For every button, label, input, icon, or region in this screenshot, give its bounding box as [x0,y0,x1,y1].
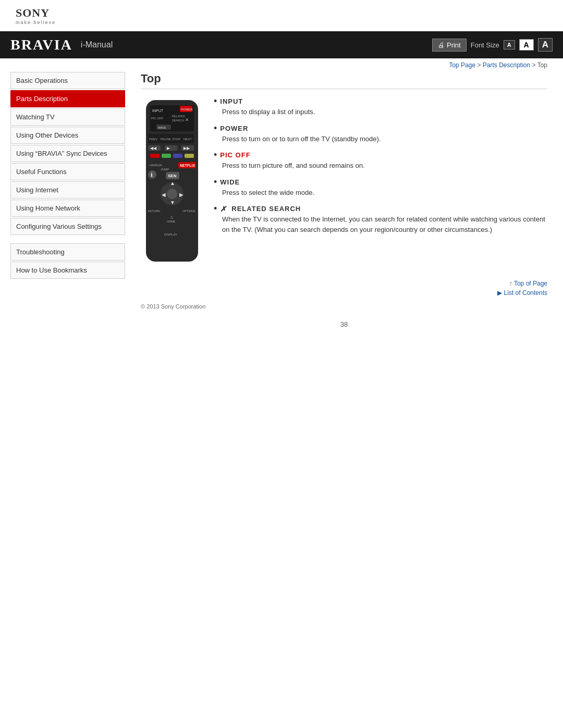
sidebar-item-using-home-network[interactable]: Using Home Network [10,200,125,217]
feature-pic-off-header: • PIC OFF [214,151,547,159]
feature-pic-off: • PIC OFF Press to turn picture off, and… [214,151,547,171]
svg-text:✕: ✕ [185,117,189,122]
bullet-dot-input: • [214,96,217,106]
content-body: INPUT POWER RELATED SEARCH PIC OFF ✕ WID… [141,97,547,264]
svg-text:SEARCH: SEARCH [172,119,184,122]
sidebar-item-watching-tv[interactable]: Watching TV [10,108,125,126]
page-title: Top [141,72,547,89]
breadcrumb-sep1: > [477,61,482,69]
svg-text:NEXT: NEXT [183,138,192,141]
svg-text:INPUT: INPUT [152,109,164,113]
sidebar-item-bookmarks[interactable]: How to Use Bookmarks [10,262,125,279]
svg-text:DISPLAY: DISPLAY [164,233,177,236]
sidebar-item-using-internet[interactable]: Using Internet [10,181,125,199]
feature-desc-power: Press to turn on or to turn off the TV (… [222,134,547,144]
sidebar-item-useful-functions[interactable]: Useful Functions [10,163,125,180]
font-large-button[interactable]: A [538,38,553,52]
svg-rect-24 [173,154,182,158]
content-area: Top INPUT POWER RELATED SEARCH [136,72,553,328]
svg-text:◀: ◀ [162,192,166,198]
sidebar-main-group: Basic Operations Parts Description Watch… [10,72,125,235]
svg-point-35 [167,189,177,199]
svg-text:i-MANUAL: i-MANUAL [149,164,163,167]
sidebar-item-bravia-sync[interactable]: Using “BRAVIA” Sync Devices [10,145,125,162]
svg-text:SEN: SEN [168,174,177,178]
svg-text:STOP: STOP [172,138,180,141]
breadcrumb-top-page[interactable]: Top Page [449,61,475,69]
sony-header: SONY make.believe [0,0,563,31]
feature-wide: • WIDE Press to select the wide mode. [214,178,547,198]
svg-text:POWER: POWER [181,108,193,111]
feature-wide-header: • WIDE [214,178,547,187]
sidebar-bottom-group: Troubleshooting How to Use Bookmarks [10,243,125,279]
svg-text:RETURN: RETURN [148,209,160,213]
font-size-label: Font Size [471,41,499,49]
svg-text:▲: ▲ [170,180,175,186]
svg-text:PAUSE: PAUSE [161,138,171,141]
feature-name-related-search: RELATED SEARCH [231,205,301,213]
imanual-text: i-Manual [81,40,113,50]
svg-text:RELATED: RELATED [172,115,185,118]
feature-desc-wide: Press to select the wide mode. [222,188,547,198]
svg-text:▶: ▶ [167,146,170,151]
feature-input: • INPUT Press to display a list of input… [214,97,547,117]
header-bar: BRAVIA i-Manual 🖨 Print Font Size A A A [0,31,563,58]
svg-text:OPTIONS: OPTIONS [182,209,195,213]
top-of-page-link[interactable]: ↑ Top of Page [141,280,547,287]
bullet-dot-power: • [214,124,217,133]
footer-copyright: © 2013 Sony Corporation [141,302,547,310]
print-icon: 🖨 [438,41,445,49]
feature-input-header: • INPUT [214,97,547,106]
feature-name-input: INPUT [220,97,243,105]
feature-desc-pic-off: Press to turn picture off, and sound rem… [222,161,547,171]
bullet-dot-wide: • [214,177,217,187]
feature-name-pic-off: PIC OFF [220,151,250,159]
svg-text:▶: ▶ [179,192,183,198]
svg-text:JUMP: JUMP [161,168,169,171]
svg-text:▶▶: ▶▶ [183,146,190,151]
feature-related-search-header: • ✗ RELATED SEARCH [214,205,547,213]
sony-tagline: make.believe [16,20,547,25]
sidebar-item-basic-operations[interactable]: Basic Operations [10,72,125,89]
remote-control-image: INPUT POWER RELATED SEARCH PIC OFF ✕ WID… [141,97,203,264]
feature-name-power: POWER [220,125,248,132]
sidebar-item-using-other-devices[interactable]: Using Other Devices [10,127,125,144]
feature-desc-input: Press to display a list of inputs. [222,107,547,117]
svg-text:HOME: HOME [167,220,176,223]
related-search-icon: ✗ [220,205,226,213]
feature-list: • INPUT Press to display a list of input… [214,97,547,264]
main-layout: Basic Operations Parts Description Watch… [0,72,563,339]
svg-text:⌂: ⌂ [170,215,173,220]
breadcrumb-current: Top [537,61,547,69]
list-of-contents-link[interactable]: ▶ List of Contents [141,289,547,297]
bullet-dot-related: • [214,204,217,213]
sidebar: Basic Operations Parts Description Watch… [10,72,125,328]
bravia-logo: BRAVIA [10,36,72,53]
feature-power-header: • POWER [214,125,547,133]
svg-text:NETFLIX: NETFLIX [180,164,195,167]
svg-rect-25 [185,154,194,158]
feature-related-search: • ✗ RELATED SEARCH When the TV is connec… [214,205,547,235]
page-number: 38 [141,320,547,328]
sony-logo: SONY [16,6,547,20]
svg-text:ℹ: ℹ [151,172,153,178]
sidebar-item-configuring-settings[interactable]: Configuring Various Settings [10,218,125,235]
footer-links: ↑ Top of Page ▶ List of Contents [141,280,547,297]
breadcrumb: Top Page > Parts Description > Top [0,58,563,72]
feature-power: • POWER Press to turn on or to turn off … [214,125,547,144]
font-small-button[interactable]: A [504,40,515,50]
svg-text:PIC OFF: PIC OFF [151,117,164,120]
svg-rect-22 [150,154,160,158]
font-medium-button[interactable]: A [519,39,534,51]
sidebar-item-troubleshooting[interactable]: Troubleshooting [10,243,125,261]
feature-desc-related-search: When the TV is connected to the Internet… [222,214,547,235]
print-button[interactable]: 🖨 Print [432,39,467,52]
svg-text:▼: ▼ [170,200,175,205]
svg-text:PREV: PREV [149,138,157,141]
breadcrumb-parts-description[interactable]: Parts Description [483,61,530,69]
svg-text:WIDE: WIDE [158,126,166,129]
bullet-dot-pic-off: • [214,150,217,159]
print-label: Print [447,41,461,49]
feature-name-wide: WIDE [220,178,240,186]
sidebar-item-parts-description[interactable]: Parts Description [10,90,125,107]
